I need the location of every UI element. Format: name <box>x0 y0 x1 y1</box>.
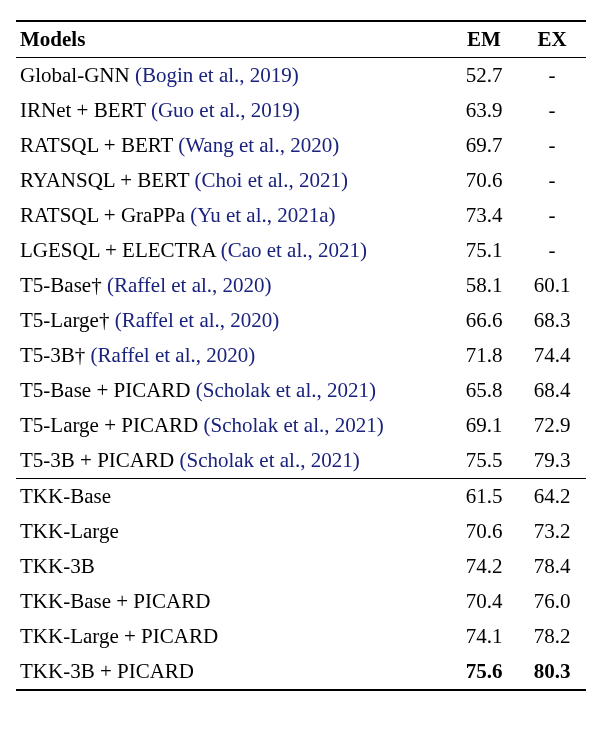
em-cell: 63.9 <box>450 93 518 128</box>
em-cell: 69.1 <box>450 408 518 443</box>
em-cell: 74.2 <box>450 549 518 584</box>
em-cell: 75.1 <box>450 233 518 268</box>
citation: (Choi et al., 2021) <box>195 168 348 192</box>
citation: (Guo et al., 2019) <box>151 98 300 122</box>
table-row: TKK-Large70.673.2 <box>16 514 586 549</box>
ex-cell: - <box>518 128 586 163</box>
citation: (Wang et al., 2020) <box>178 133 339 157</box>
model-cell: TKK-Base <box>16 479 450 515</box>
model-cell: TKK-Large <box>16 514 450 549</box>
citation: (Yu et al., 2021a) <box>190 203 335 227</box>
ex-cell: - <box>518 163 586 198</box>
model-name: T5-3B + PICARD <box>20 448 174 472</box>
table-row: T5-Base† (Raffel et al., 2020)58.160.1 <box>16 268 586 303</box>
model-cell: RATSQL + BERT (Wang et al., 2020) <box>16 128 450 163</box>
table-row: T5-Base + PICARD (Scholak et al., 2021)6… <box>16 373 586 408</box>
model-name: Global-GNN <box>20 63 130 87</box>
model-name: TKK-Large + PICARD <box>20 624 218 648</box>
table-row: TKK-3B74.278.4 <box>16 549 586 584</box>
ex-cell: 73.2 <box>518 514 586 549</box>
ex-cell: 80.3 <box>518 654 586 690</box>
table-row: TKK-3B + PICARD75.680.3 <box>16 654 586 690</box>
model-name: TKK-Base + PICARD <box>20 589 210 613</box>
em-cell: 70.6 <box>450 163 518 198</box>
table-row: TKK-Base61.564.2 <box>16 479 586 515</box>
ex-cell: 74.4 <box>518 338 586 373</box>
model-cell: T5-Large + PICARD (Scholak et al., 2021) <box>16 408 450 443</box>
citation: (Raffel et al., 2020) <box>91 343 256 367</box>
model-name: TKK-3B + PICARD <box>20 659 194 683</box>
table-row: TKK-Base + PICARD70.476.0 <box>16 584 586 619</box>
ex-cell: 68.4 <box>518 373 586 408</box>
em-cell: 69.7 <box>450 128 518 163</box>
em-cell: 75.6 <box>450 654 518 690</box>
model-cell: T5-Large† (Raffel et al., 2020) <box>16 303 450 338</box>
model-cell: T5-Base + PICARD (Scholak et al., 2021) <box>16 373 450 408</box>
table-row: RATSQL + BERT (Wang et al., 2020)69.7- <box>16 128 586 163</box>
em-cell: 52.7 <box>450 58 518 94</box>
header-em: EM <box>450 21 518 58</box>
model-name: TKK-3B <box>20 554 95 578</box>
model-name: RATSQL + GraPPa <box>20 203 185 227</box>
model-name: IRNet + BERT <box>20 98 146 122</box>
model-cell: RATSQL + GraPPa (Yu et al., 2021a) <box>16 198 450 233</box>
model-cell: IRNet + BERT (Guo et al., 2019) <box>16 93 450 128</box>
ex-cell: 76.0 <box>518 584 586 619</box>
citation: (Scholak et al., 2021) <box>196 378 376 402</box>
ex-cell: 72.9 <box>518 408 586 443</box>
model-cell: TKK-3B + PICARD <box>16 654 450 690</box>
ex-cell: 78.2 <box>518 619 586 654</box>
model-name: LGESQL + ELECTRA <box>20 238 215 262</box>
table-row: T5-Large + PICARD (Scholak et al., 2021)… <box>16 408 586 443</box>
table-row: LGESQL + ELECTRA (Cao et al., 2021)75.1- <box>16 233 586 268</box>
model-name: T5-Large† <box>20 308 109 332</box>
model-name: RATSQL + BERT <box>20 133 173 157</box>
header-ex: EX <box>518 21 586 58</box>
ex-cell: - <box>518 233 586 268</box>
ex-cell: 68.3 <box>518 303 586 338</box>
table-row: T5-Large† (Raffel et al., 2020)66.668.3 <box>16 303 586 338</box>
citation: (Scholak et al., 2021) <box>179 448 359 472</box>
model-cell: T5-3B + PICARD (Scholak et al., 2021) <box>16 443 450 479</box>
header-models: Models <box>16 21 450 58</box>
em-cell: 71.8 <box>450 338 518 373</box>
table-row: IRNet + BERT (Guo et al., 2019)63.9- <box>16 93 586 128</box>
em-cell: 75.5 <box>450 443 518 479</box>
citation: (Raffel et al., 2020) <box>115 308 280 332</box>
em-cell: 73.4 <box>450 198 518 233</box>
citation: (Cao et al., 2021) <box>221 238 367 262</box>
table-row: Global-GNN (Bogin et al., 2019)52.7- <box>16 58 586 94</box>
results-table: Models EM EX Global-GNN (Bogin et al., 2… <box>16 20 586 691</box>
em-cell: 70.6 <box>450 514 518 549</box>
model-cell: Global-GNN (Bogin et al., 2019) <box>16 58 450 94</box>
em-cell: 58.1 <box>450 268 518 303</box>
ex-cell: - <box>518 93 586 128</box>
citation: (Bogin et al., 2019) <box>135 63 299 87</box>
ex-cell: - <box>518 58 586 94</box>
model-name: T5-Large + PICARD <box>20 413 198 437</box>
table-row: T5-3B† (Raffel et al., 2020)71.874.4 <box>16 338 586 373</box>
model-name: T5-3B† <box>20 343 85 367</box>
model-cell: RYANSQL + BERT (Choi et al., 2021) <box>16 163 450 198</box>
ex-cell: 78.4 <box>518 549 586 584</box>
ex-cell: 79.3 <box>518 443 586 479</box>
model-name: TKK-Large <box>20 519 119 543</box>
model-cell: T5-Base† (Raffel et al., 2020) <box>16 268 450 303</box>
table-row: RATSQL + GraPPa (Yu et al., 2021a)73.4- <box>16 198 586 233</box>
em-cell: 74.1 <box>450 619 518 654</box>
ex-cell: 64.2 <box>518 479 586 515</box>
model-name: T5-Base† <box>20 273 102 297</box>
model-cell: LGESQL + ELECTRA (Cao et al., 2021) <box>16 233 450 268</box>
model-name: T5-Base + PICARD <box>20 378 191 402</box>
table-header-row: Models EM EX <box>16 21 586 58</box>
em-cell: 70.4 <box>450 584 518 619</box>
em-cell: 65.8 <box>450 373 518 408</box>
model-cell: TKK-3B <box>16 549 450 584</box>
table-row: RYANSQL + BERT (Choi et al., 2021)70.6- <box>16 163 586 198</box>
model-cell: TKK-Large + PICARD <box>16 619 450 654</box>
model-cell: T5-3B† (Raffel et al., 2020) <box>16 338 450 373</box>
citation: (Scholak et al., 2021) <box>204 413 384 437</box>
model-name: RYANSQL + BERT <box>20 168 189 192</box>
ex-cell: 60.1 <box>518 268 586 303</box>
citation: (Raffel et al., 2020) <box>107 273 272 297</box>
